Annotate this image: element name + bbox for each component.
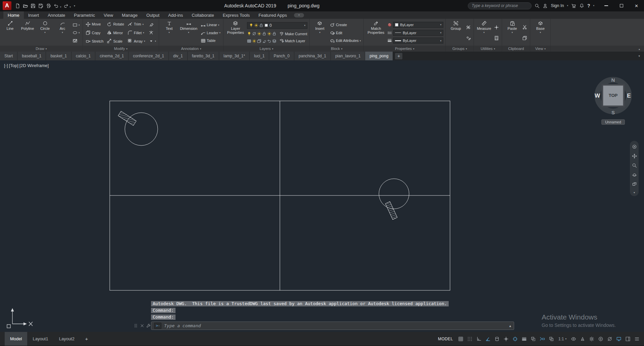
file-tab-start[interactable]: Start bbox=[0, 52, 17, 60]
quick-calc-button[interactable] bbox=[494, 35, 499, 41]
more-modify-button[interactable]: ▾ bbox=[149, 38, 156, 45]
layer-unlock-icon[interactable] bbox=[272, 32, 277, 36]
ribbon-collapse-icon[interactable]: ▴ bbox=[639, 48, 640, 51]
polyline-button[interactable]: Polyline bbox=[19, 20, 36, 46]
leader-button[interactable]: Leader▾ bbox=[201, 30, 220, 36]
mirror-button[interactable]: Mirror bbox=[107, 30, 124, 36]
command-collapse-icon[interactable]: ▲ bbox=[509, 324, 511, 328]
layer-off-icon[interactable] bbox=[247, 32, 251, 36]
explode-button[interactable] bbox=[149, 30, 156, 36]
command-customize-icon[interactable] bbox=[146, 324, 151, 328]
panel-label-draw[interactable]: Draw▾ bbox=[0, 46, 83, 52]
linetype-list-icon[interactable] bbox=[387, 31, 392, 35]
copy-clip-button[interactable] bbox=[522, 35, 527, 41]
graphics-performance-icon[interactable] bbox=[614, 335, 623, 343]
drawing-area[interactable]: [-] [Top] [2D Wireframe] N W E S TOP Unn… bbox=[0, 60, 644, 332]
polar-tracking-icon[interactable] bbox=[484, 335, 493, 343]
panel-label-modify[interactable]: Modify▾ bbox=[83, 46, 159, 52]
viewport-menu-button[interactable]: [-] bbox=[4, 63, 8, 68]
trim-button[interactable]: Trim▾ bbox=[128, 21, 145, 27]
group-edit-button[interactable] bbox=[466, 35, 471, 41]
ellipse-button[interactable]: ▾ bbox=[72, 30, 80, 36]
viewcube[interactable]: N W E S TOP Unnamed bbox=[590, 68, 637, 125]
layout-tab-layout2[interactable]: Layout2 bbox=[54, 332, 80, 346]
object-snap-icon[interactable] bbox=[511, 335, 520, 343]
id-point-button[interactable] bbox=[494, 24, 499, 31]
layer-on-icon[interactable] bbox=[249, 23, 253, 27]
orbit-icon[interactable] bbox=[632, 172, 637, 177]
clean-screen-icon[interactable] bbox=[623, 335, 632, 343]
ribbon-tab-manage[interactable]: Manage bbox=[117, 11, 142, 19]
linetype-select[interactable]: ByLayer ▾ bbox=[393, 30, 443, 36]
layer-merge-icon[interactable] bbox=[257, 39, 261, 43]
layer-lock-icon[interactable] bbox=[259, 23, 263, 27]
line-button[interactable]: Line bbox=[2, 20, 18, 46]
text-button[interactable]: Text ▾ bbox=[161, 20, 177, 46]
qat-menu-caret-icon[interactable]: ▾ bbox=[74, 4, 75, 7]
viewcube-north[interactable]: N bbox=[611, 77, 615, 83]
ribbon-tab-view[interactable]: View bbox=[99, 11, 117, 19]
layout-tab-model[interactable]: Model bbox=[5, 332, 27, 346]
annotation-monitor-icon[interactable] bbox=[596, 335, 605, 343]
create-block-button[interactable]: Create bbox=[330, 22, 361, 28]
lineweight-display-icon[interactable] bbox=[520, 335, 529, 343]
table-button[interactable]: Table bbox=[201, 38, 220, 44]
layer-isolate-icon[interactable] bbox=[252, 32, 256, 36]
notifications-icon[interactable] bbox=[579, 3, 584, 8]
panel-label-clipboard[interactable]: Clipboard bbox=[502, 46, 530, 52]
drawing-viewport[interactable] bbox=[0, 60, 644, 332]
file-tab-calcio-1[interactable]: calcio_1 bbox=[71, 52, 95, 60]
undo-icon[interactable] bbox=[53, 2, 60, 9]
help-caret-icon[interactable]: ▾ bbox=[593, 4, 594, 7]
ribbon-tab-annotate[interactable]: Annotate bbox=[43, 11, 69, 19]
layer-vpfreeze-icon[interactable] bbox=[252, 39, 256, 43]
make-current-button[interactable]: Make Current bbox=[279, 32, 307, 36]
help-icon[interactable]: ? bbox=[587, 3, 590, 8]
viewport-view-button[interactable]: [Top] bbox=[9, 63, 18, 68]
hatch-button[interactable] bbox=[72, 38, 80, 44]
ribbon-tab-overflow-button[interactable]: ▾ bbox=[294, 13, 304, 17]
layer-freeze-icon[interactable] bbox=[254, 23, 258, 27]
save-as-icon[interactable] bbox=[37, 2, 44, 9]
ribbon-tab-parametric[interactable]: Parametric bbox=[69, 11, 99, 19]
layer-select[interactable]: 0 ▾ bbox=[247, 22, 307, 29]
array-button[interactable]: Array▾ bbox=[128, 38, 145, 45]
file-tab-conferenze-2d-1[interactable]: conferenze_2d_1 bbox=[129, 52, 169, 60]
undo-caret-icon[interactable]: ▾ bbox=[60, 6, 61, 8]
ungroup-button[interactable] bbox=[466, 24, 471, 31]
copy-button[interactable]: Copy bbox=[86, 30, 104, 36]
zoom-icon[interactable] bbox=[632, 163, 637, 168]
ortho-mode-icon[interactable] bbox=[475, 335, 484, 343]
minimize-button[interactable] bbox=[599, 0, 614, 11]
navbar-menu-caret-icon[interactable]: ▾ bbox=[634, 191, 635, 194]
dynamic-input-icon[interactable] bbox=[538, 335, 547, 343]
file-tab-panch-0[interactable]: Panch_0 bbox=[269, 52, 294, 60]
maximize-button[interactable] bbox=[614, 0, 629, 11]
layer-state-icon[interactable] bbox=[272, 39, 277, 43]
viewport-visual-style-button[interactable]: [2D Wireframe] bbox=[19, 63, 49, 68]
ribbon-tab-add-ins[interactable]: Add-ins bbox=[164, 11, 187, 19]
redo-icon[interactable] bbox=[62, 2, 69, 9]
ribbon-tab-output[interactable]: Output bbox=[142, 11, 164, 19]
match-layer-button[interactable]: Match Layer bbox=[279, 39, 305, 43]
annotation-visibility-icon[interactable] bbox=[569, 335, 578, 343]
sign-in-caret-icon[interactable]: ▾ bbox=[567, 4, 568, 7]
snap-mode-icon[interactable] bbox=[465, 335, 475, 343]
layer-color-icon[interactable] bbox=[264, 23, 268, 27]
layout-tab-layout1[interactable]: Layout1 bbox=[27, 332, 53, 346]
app-store-cart-icon[interactable] bbox=[571, 3, 576, 8]
file-tab-luci-1[interactable]: luci_1 bbox=[250, 52, 269, 60]
command-input[interactable]: >▾ Type a command ▲ bbox=[151, 322, 514, 330]
transparency-icon[interactable] bbox=[529, 335, 538, 343]
plot-icon[interactable] bbox=[45, 2, 52, 9]
search-icon[interactable] bbox=[535, 3, 540, 8]
isolate-objects-icon[interactable] bbox=[605, 335, 614, 343]
file-tab-panchina-3d-1[interactable]: panchina_3d_1 bbox=[294, 52, 331, 60]
circle-button[interactable]: Circle ▾ bbox=[37, 20, 53, 46]
autocad-logo[interactable]: A bbox=[3, 1, 11, 10]
command-grip-icon[interactable] bbox=[134, 324, 138, 328]
navigation-wheel-icon[interactable] bbox=[632, 144, 637, 149]
new-layout-button[interactable]: + bbox=[83, 336, 90, 342]
save-icon[interactable] bbox=[30, 2, 37, 9]
rectangle-button[interactable]: ▾ bbox=[72, 22, 80, 28]
